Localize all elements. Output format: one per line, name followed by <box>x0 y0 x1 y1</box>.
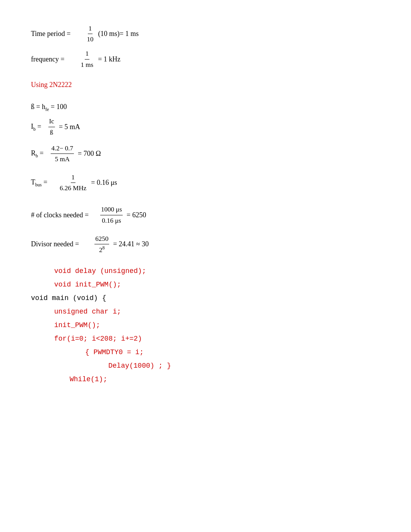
time-period-section: Time period = 1 10 (10 ms)= 1 ms <box>31 23 380 44</box>
time-period-label: Time period = <box>31 28 71 39</box>
frequency-frac: 1 1 ms <box>80 48 94 70</box>
frequency-label: frequency = <box>31 54 65 65</box>
clocks-section: # of clocks needed = 1000 μs 0.16 μs = 6… <box>31 204 380 225</box>
code-line-2: void init_PWM(); <box>54 280 380 288</box>
ib-label: Ib = <box>31 121 41 133</box>
tbus-section: Tbus = 1 6.26 MHz = 0.16 μs <box>31 172 380 193</box>
code-line-3: void main (void) { <box>31 294 380 302</box>
frequency-den: 1 ms <box>80 60 94 70</box>
rb-label: Rb = <box>31 148 44 160</box>
beta-formula: ß = hfe = 100 <box>31 101 67 113</box>
divisor-label: Divisor needed = <box>31 239 79 250</box>
divisor-section: Divisor needed = 6250 28 = 24.41 ≈ 30 <box>31 234 380 255</box>
code-line-6: for(i=0; i<208; i+=2) <box>54 334 380 343</box>
code-line-1: void delay (unsigned); <box>54 267 380 275</box>
code-line-8: Delay(1000) ; } <box>108 361 380 370</box>
rb-frac: 4.2− 0.7 5 mA <box>50 143 75 164</box>
code-line-4: unsigned char i; <box>54 307 380 315</box>
divisor-value: = 24.41 ≈ 30 <box>113 239 149 250</box>
rb-value: = 700 Ω <box>78 148 101 159</box>
clocks-value: = 6250 <box>127 210 146 221</box>
time-period-num: 1 <box>88 23 93 34</box>
ib-frac: Ic ß <box>48 116 56 137</box>
frequency-suffix: = 1 kHz <box>98 54 120 65</box>
tbus-value: = 0.16 μs <box>91 177 117 188</box>
clocks-label: # of clocks needed = <box>31 210 89 221</box>
ib-value: = 5 mA <box>59 121 80 133</box>
using-label: Using 2N2222 <box>31 81 72 89</box>
rb-section: Rb = 4.2− 0.7 5 mA = 700 Ω <box>31 143 380 164</box>
code-line-7: { PWMDTY0 = i; <box>85 348 380 356</box>
frequency-num: 1 <box>85 48 90 59</box>
tbus-label: Tbus = <box>31 177 47 189</box>
time-period-den: 10 <box>86 34 94 44</box>
frequency-section: frequency = 1 1 ms = 1 kHz <box>31 48 380 70</box>
time-period-suffix: (10 ms)= 1 ms <box>98 28 139 39</box>
divisor-frac: 6250 28 <box>94 234 110 255</box>
clocks-frac: 1000 μs 0.16 μs <box>99 204 123 225</box>
code-line-5: init_PWM(); <box>54 321 380 329</box>
using-section: Using 2N2222 <box>31 79 380 90</box>
frequency-formula: 1 1 ms <box>79 48 95 70</box>
tbus-sub: bus <box>35 182 42 188</box>
ib-section: Ib = Ic ß = 5 mA <box>31 116 380 137</box>
time-period-formula: 1 10 <box>86 23 95 44</box>
beta-section: ß = hfe = 100 <box>31 101 380 113</box>
code-section: void delay (unsigned); void init_PWM(); … <box>31 267 380 383</box>
code-line-9: While(1); <box>70 375 380 383</box>
tbus-frac: 1 6.26 MHz <box>58 172 88 193</box>
time-period-frac: 1 10 <box>86 23 94 44</box>
divisor-sup: 8 <box>102 245 104 251</box>
